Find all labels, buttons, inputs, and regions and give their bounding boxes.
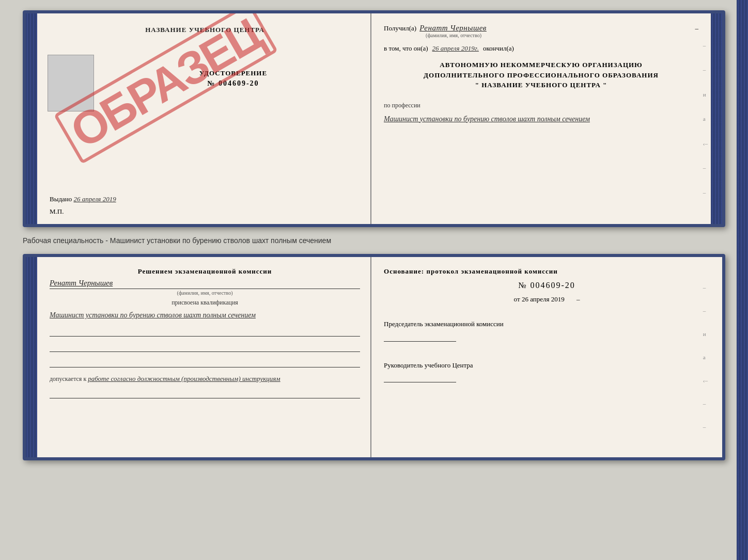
cert-right-page: Получил(а) Ренатт Чернышев (фамилия, имя… bbox=[371, 13, 711, 224]
document-container: НАЗВАНИЕ УЧЕБНОГО ЦЕНТРА ОБРАЗЕЦ УДОСТОВ… bbox=[23, 10, 725, 460]
left-spine bbox=[26, 13, 37, 224]
completion-date: 26 апреля 2019г. bbox=[432, 44, 479, 53]
org-line1: АВТОНОМНУЮ НЕКОММЕРЧЕСКУЮ ОРГАНИЗАЦИЮ bbox=[384, 60, 698, 70]
profession-value: Машинист установки по бурению стволов ша… bbox=[384, 114, 698, 125]
chairman-label: Председатель экзаменационной комиссии bbox=[384, 319, 710, 329]
allowed-value: работе согласно должностным (производств… bbox=[88, 375, 280, 382]
name-subtext-top: (фамилия, имя, отчество) bbox=[426, 33, 481, 38]
issued-label: Выдано bbox=[50, 195, 72, 203]
top-institution-title: НАЗВАНИЕ УЧЕБНОГО ЦЕНТРА bbox=[50, 26, 360, 34]
protocol-number: № 004609-20 bbox=[384, 281, 710, 290]
underline-4 bbox=[50, 388, 360, 398]
person-name-top: Ренатт Чернышев bbox=[419, 24, 487, 33]
director-label: Руководитель учебного Центра bbox=[384, 360, 710, 371]
underline-2 bbox=[50, 342, 360, 352]
in-that-label: в том, что он(а) bbox=[384, 44, 428, 53]
bot-left-spine bbox=[26, 257, 37, 457]
top-certificate: НАЗВАНИЕ УЧЕБНОГО ЦЕНТРА ОБРАЗЕЦ УДОСТОВ… bbox=[23, 10, 725, 227]
separator-text: Рабочая специальность - Машинист установ… bbox=[23, 233, 725, 248]
qualification-label: присвоена квалификация bbox=[50, 299, 360, 307]
org-line2: ДОПОЛНИТЕЛЬНОГО ПРОФЕССИОНАЛЬНОГО ОБРАЗО… bbox=[384, 70, 698, 81]
decision-title: Решением экзаменационной комиссии bbox=[50, 267, 360, 276]
side-dashes: ––иа‹––– bbox=[703, 24, 708, 214]
protocol-date: от 26 апреля 2019 – bbox=[384, 295, 710, 303]
issued-block: Выдано 26 апреля 2019 bbox=[50, 195, 116, 203]
doc-number: № 004609-20 bbox=[106, 79, 360, 88]
chairman-block: Председатель экзаменационной комиссии bbox=[384, 319, 710, 342]
director-block: Руководитель учебного Центра bbox=[384, 360, 710, 383]
underline-1 bbox=[50, 326, 360, 337]
org-name: " НАЗВАНИЕ УЧЕБНОГО ЦЕНТРА " bbox=[384, 80, 698, 90]
profession-label: по профессии bbox=[384, 102, 698, 109]
allowed-label: допускается к работе согласно должностны… bbox=[50, 375, 360, 383]
received-label: Получил(а) bbox=[384, 24, 416, 33]
basis-title: Основание: протокол экзаменационной коми… bbox=[384, 267, 710, 276]
underline-3 bbox=[50, 357, 360, 367]
bot-right-page: Основание: протокол экзаменационной коми… bbox=[371, 257, 722, 457]
chairman-signature bbox=[384, 331, 456, 342]
issued-date: 26 апреля 2019 bbox=[74, 195, 116, 203]
bottom-certificate: Решением экзаменационной комиссии Ренатт… bbox=[23, 254, 725, 460]
person-name-bot: Ренатт Чернышев bbox=[50, 279, 360, 289]
person-name-block-bot: Ренатт Чернышев (фамилия, имя, отчество) bbox=[50, 279, 360, 296]
cert-main-info: УДОСТОВЕРЕНИЕ № 004609-20 bbox=[106, 69, 360, 88]
qualification-value: Машинист установки по бурению стволов ша… bbox=[50, 310, 360, 321]
side-dashes-bot: ––иа‹––– bbox=[703, 267, 708, 447]
right-spine-top bbox=[711, 13, 722, 224]
in-that-line: в том, что он(а) 26 апреля 2019г. окончи… bbox=[384, 44, 698, 53]
doc-title: УДОСТОВЕРЕНИЕ bbox=[106, 69, 360, 77]
name-subtext-bot: (фамилия, имя, отчество) bbox=[50, 290, 360, 296]
protocol-date-value: 26 апреля 2019 bbox=[522, 295, 565, 303]
received-line: Получил(а) Ренатт Чернышев (фамилия, имя… bbox=[384, 24, 698, 38]
date-prefix: от bbox=[514, 295, 520, 303]
cert-left-page: НАЗВАНИЕ УЧЕБНОГО ЦЕНТРА ОБРАЗЕЦ УДОСТОВ… bbox=[37, 13, 371, 224]
bot-left-page: Решением экзаменационной комиссии Ренатт… bbox=[37, 257, 371, 457]
mp-label: М.П. bbox=[50, 207, 64, 216]
org-block: АВТОНОМНУЮ НЕКОММЕРЧЕСКУЮ ОРГАНИЗАЦИЮ ДО… bbox=[384, 60, 698, 90]
photo-placeholder bbox=[48, 55, 94, 111]
director-signature bbox=[384, 372, 456, 382]
completed-label: окончил(а) bbox=[483, 44, 514, 53]
